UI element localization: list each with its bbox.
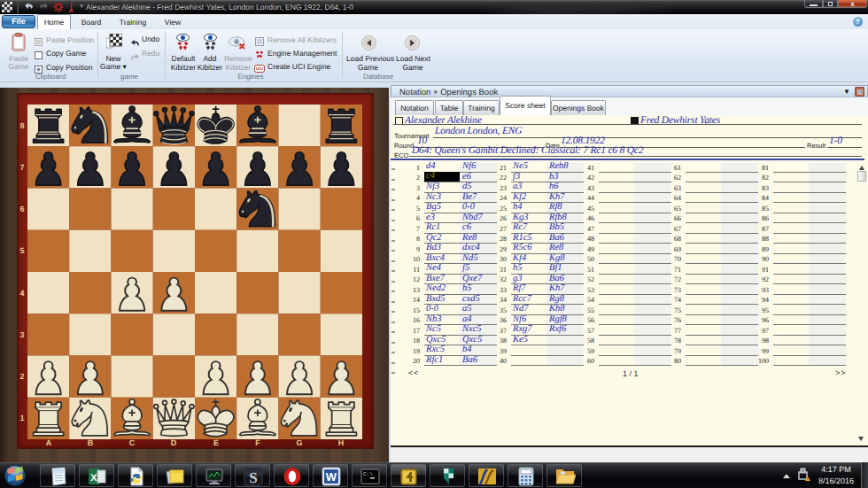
svg-text:W: W — [326, 470, 337, 484]
svg-text:S: S — [249, 469, 257, 486]
svg-text:UCI: UCI — [256, 66, 263, 71]
svg-text:X: X — [90, 473, 97, 484]
svg-text:C:\: C:\ — [363, 471, 373, 477]
